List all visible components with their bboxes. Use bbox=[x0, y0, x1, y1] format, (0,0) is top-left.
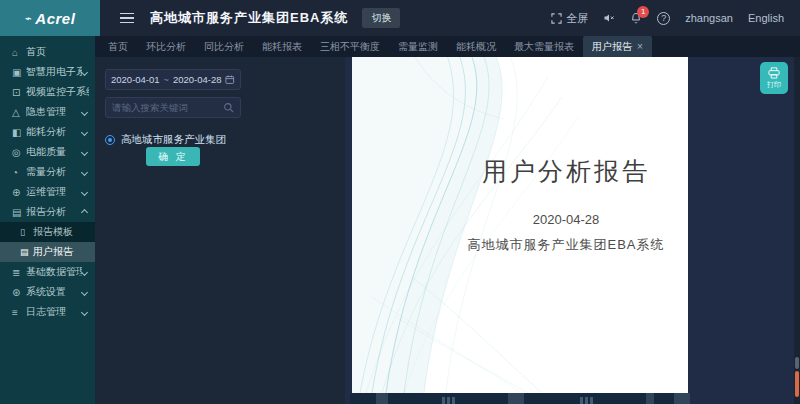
notifications-button[interactable]: 1 bbox=[630, 12, 642, 24]
tab-demand-monitor[interactable]: 需量监测 bbox=[389, 36, 447, 57]
search-box bbox=[105, 97, 241, 118]
mute-button[interactable] bbox=[603, 12, 615, 24]
hazard-icon: △ bbox=[12, 107, 26, 118]
sidebar-item-demand-analysis[interactable]: ◔ 需量分析 bbox=[0, 162, 95, 182]
chevron-down-icon bbox=[81, 308, 88, 315]
sidebar-item-logs[interactable]: ≡ 日志管理 bbox=[0, 302, 95, 322]
report-title: 用户分析报告 bbox=[452, 155, 680, 188]
tab-home[interactable]: 首页 bbox=[99, 36, 137, 57]
chevron-down-icon bbox=[81, 288, 88, 295]
tab-mom-analysis[interactable]: 环比分析 bbox=[137, 36, 195, 57]
ops-icon: ⊕ bbox=[12, 187, 26, 198]
template-icon: ▯ bbox=[20, 227, 33, 237]
tree-node-label: 高地城市服务产业集团 bbox=[121, 133, 226, 147]
tab-user-report[interactable]: 用户报告 × bbox=[583, 36, 652, 57]
chevron-down-icon bbox=[81, 108, 88, 115]
sidebar-item-power-quality[interactable]: ◎ 电能质量 bbox=[0, 142, 95, 162]
home-icon: ⌂ bbox=[12, 47, 26, 58]
switch-project-button[interactable]: 切换 bbox=[362, 8, 400, 28]
sidebar-nav: ⌂ 首页 ▣ 智慧用电子系统 ⊡ 视频监控子系统 △ 隐患管理 ◧ 能耗分析 bbox=[0, 36, 95, 404]
help-button[interactable]: ? bbox=[657, 12, 670, 25]
report-analysis-icon: ▤ bbox=[12, 207, 26, 218]
tab-energy-overview[interactable]: 能耗概况 bbox=[447, 36, 505, 57]
chevron-down-icon bbox=[81, 128, 88, 135]
sidebar-item-settings[interactable]: ⊛ 系统设置 bbox=[0, 282, 95, 302]
tree-node-root[interactable]: 高地城市服务产业集团 bbox=[105, 133, 241, 147]
video-monitor-icon: ⊡ bbox=[12, 87, 26, 98]
speaker-muted-icon bbox=[603, 12, 615, 24]
report-preview-area: 用户分析报告 2020-04-28 高地城市服务产业集团EBA系统 bbox=[345, 57, 800, 404]
sidebar-item-ops[interactable]: ⊕ 运维管理 bbox=[0, 182, 95, 202]
table-columns-decoration bbox=[436, 393, 460, 404]
power-quality-icon: ◎ bbox=[12, 147, 26, 158]
log-icon: ≡ bbox=[12, 307, 26, 318]
tab-bar: 首页 环比分析 同比分析 能耗报表 三相不平衡度 需量监测 能耗概况 最大需量报… bbox=[95, 36, 800, 57]
energy-analysis-icon: ◧ bbox=[12, 127, 26, 138]
print-label: 打印 bbox=[767, 80, 781, 90]
sidebar-item-base-data[interactable]: ≣ 基础数据管理 bbox=[0, 262, 95, 282]
report-date: 2020-04-28 bbox=[452, 212, 680, 227]
sidebar-item-smart-power[interactable]: ▣ 智慧用电子系统 bbox=[0, 62, 95, 82]
tab-yoy-analysis[interactable]: 同比分析 bbox=[195, 36, 253, 57]
smart-power-icon: ▣ bbox=[12, 67, 26, 78]
scrollbar-thumb-secondary[interactable] bbox=[795, 357, 799, 369]
sidebar-item-user-report[interactable]: ▤ 用户报告 bbox=[0, 242, 95, 262]
date-range-picker[interactable]: 2020-04-01 ~ 2020-04-28 bbox=[105, 69, 241, 90]
chevron-down-icon bbox=[81, 148, 88, 155]
fullscreen-button[interactable]: 全屏 bbox=[551, 11, 588, 26]
app-window: ⌁ Acrel 高地城市服务产业集团EBA系统 切换 全屏 1 bbox=[0, 0, 800, 404]
top-bar-actions: 全屏 1 ? zhangsan English bbox=[551, 11, 784, 26]
tab-max-demand-report[interactable]: 最大需量报表 bbox=[505, 36, 583, 57]
language-switcher[interactable]: English bbox=[748, 12, 784, 24]
top-bar-main: 高地城市服务产业集团EBA系统 切换 全屏 1 ? zhangsan E bbox=[100, 0, 800, 36]
top-bar: ⌁ Acrel 高地城市服务产业集团EBA系统 切换 全屏 1 bbox=[0, 0, 800, 36]
chevron-up-icon bbox=[81, 208, 88, 215]
chevron-down-icon bbox=[81, 268, 88, 275]
sidebar-item-report-template[interactable]: ▯ 报告模板 bbox=[0, 222, 95, 242]
fullscreen-label: 全屏 bbox=[566, 11, 588, 26]
date-end-value[interactable]: 2020-04-28 bbox=[173, 74, 222, 85]
confirm-button[interactable]: 确 定 bbox=[146, 147, 200, 166]
help-icon: ? bbox=[657, 12, 670, 25]
next-page-preview bbox=[350, 393, 690, 404]
notification-badge: 1 bbox=[637, 6, 649, 18]
brand-logo: ⌁ Acrel bbox=[0, 0, 100, 36]
search-icon[interactable] bbox=[223, 102, 234, 113]
printer-icon bbox=[767, 66, 781, 79]
calendar-icon bbox=[225, 74, 235, 85]
fullscreen-icon bbox=[551, 13, 562, 24]
tab-three-phase-unbalance[interactable]: 三相不平衡度 bbox=[311, 36, 389, 57]
settings-icon: ⊛ bbox=[12, 287, 26, 298]
report-page: 用户分析报告 2020-04-28 高地城市服务产业集团EBA系统 bbox=[352, 57, 688, 393]
report-subtitle: 高地城市服务产业集团EBA系统 bbox=[452, 236, 680, 254]
date-start-value[interactable]: 2020-04-01 bbox=[111, 74, 160, 85]
filter-panel: 2020-04-01 ~ 2020-04-28 高地城市服务产业集团 bbox=[95, 57, 345, 404]
vertical-scrollbar[interactable] bbox=[794, 57, 800, 404]
report-cover-text: 用户分析报告 2020-04-28 高地城市服务产业集团EBA系统 bbox=[452, 155, 680, 254]
radio-selected-icon[interactable] bbox=[105, 135, 115, 145]
table-columns-decoration bbox=[574, 393, 598, 404]
sidebar-item-video-monitor[interactable]: ⊡ 视频监控子系统 bbox=[0, 82, 95, 102]
chevron-down-icon bbox=[81, 168, 88, 175]
base-data-icon: ≣ bbox=[12, 267, 26, 278]
tab-energy-report[interactable]: 能耗报表 bbox=[253, 36, 311, 57]
sidebar-item-energy-analysis[interactable]: ◧ 能耗分析 bbox=[0, 122, 95, 142]
date-range-separator: ~ bbox=[164, 75, 169, 85]
sidebar-item-home[interactable]: ⌂ 首页 bbox=[0, 42, 95, 62]
chevron-down-icon bbox=[81, 188, 88, 195]
demand-analysis-icon: ◔ bbox=[12, 167, 26, 178]
collapse-menu-icon[interactable] bbox=[120, 13, 134, 24]
user-report-icon: ▤ bbox=[20, 247, 33, 257]
scrollbar-thumb[interactable] bbox=[795, 371, 799, 397]
sidebar-item-hazard[interactable]: △ 隐患管理 bbox=[0, 102, 95, 122]
chevron-down-icon bbox=[81, 68, 88, 75]
logo-mark-icon: ⌁ bbox=[24, 11, 32, 25]
logo-text: Acrel bbox=[35, 10, 75, 27]
close-icon[interactable]: × bbox=[637, 41, 643, 52]
report-analysis-submenu: ▯ 报告模板 ▤ 用户报告 bbox=[0, 222, 95, 262]
search-input[interactable] bbox=[112, 102, 223, 113]
print-button[interactable]: 打印 bbox=[760, 62, 788, 94]
app-title: 高地城市服务产业集团EBA系统 bbox=[150, 9, 348, 27]
sidebar-item-report-analysis[interactable]: ▤ 报告分析 bbox=[0, 202, 95, 222]
username[interactable]: zhangsan bbox=[685, 12, 733, 24]
